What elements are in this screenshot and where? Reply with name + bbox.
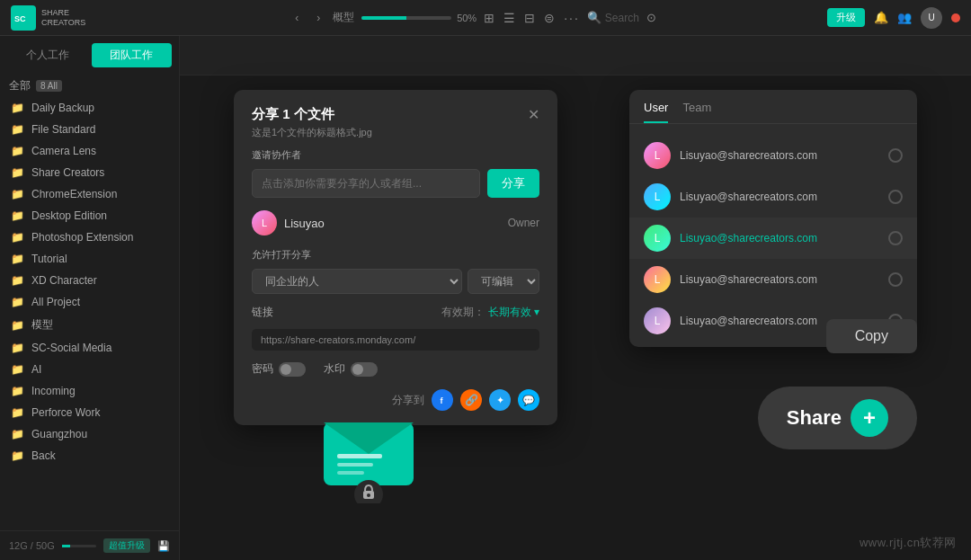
switches-row: 密码 水印 xyxy=(252,361,539,377)
owner-row: L Lisuyao Owner xyxy=(252,210,539,236)
sidebar-item-label-3: Share Creators xyxy=(31,166,104,179)
all-badge: 8 All xyxy=(36,80,62,92)
user-email-0: Lisuyao@sharecreators.com xyxy=(680,149,879,162)
bell-icon[interactable]: 🔔 xyxy=(874,11,888,24)
nav-back-btn[interactable]: ‹ xyxy=(290,10,304,26)
invite-input[interactable] xyxy=(252,169,480,198)
user-radio-1[interactable] xyxy=(888,190,903,204)
share-big-label: Share xyxy=(787,406,842,430)
link-share-icon[interactable]: 🔗 xyxy=(460,389,482,411)
allow-label: 允许打开分享 xyxy=(252,248,539,262)
twitter-share-icon[interactable]: ✦ xyxy=(489,389,511,411)
share-big-button[interactable]: Share + xyxy=(758,387,917,449)
sidebar-item-label-9: All Project xyxy=(31,296,80,308)
list-icon[interactable]: ☰ xyxy=(503,11,515,25)
sidebar-item-file-standard[interactable]: 📁 File Standard xyxy=(4,119,175,140)
sidebar-item-camera-lens[interactable]: 📁 Camera Lens xyxy=(4,140,175,162)
user-avatar-3: L xyxy=(644,266,671,293)
folder-icon-1: 📁 xyxy=(11,123,24,136)
owner-badge: Owner xyxy=(508,217,539,229)
sidebar-item-perforce-work[interactable]: 📁 Perforce Work xyxy=(4,402,175,423)
link-input-row[interactable]: https://share-creators.monday.com/ xyxy=(252,329,539,351)
svg-text:SC: SC xyxy=(14,14,26,23)
invite-label: 邀请协作者 xyxy=(252,148,539,162)
user-email-2: Lisuyao@sharecreators.com xyxy=(680,232,879,244)
user-email-3: Lisuyao@sharecreators.com xyxy=(680,273,879,286)
watermark-switch[interactable]: 水印 xyxy=(324,361,378,377)
upgrade-button[interactable]: 升级 xyxy=(827,8,865,27)
watermark-toggle[interactable] xyxy=(351,362,378,377)
user-radio-3[interactable] xyxy=(888,272,903,287)
modal-close-button[interactable]: ✕ xyxy=(528,106,539,123)
sidebar-item-tutorial[interactable]: 📁 Tutorial xyxy=(4,248,175,270)
top-center: ‹ › 概型 50% ⊞ ☰ ⊟ ⊜ ··· 🔍 Search ⊙ xyxy=(119,10,827,26)
allow-select[interactable]: 同企业的人 xyxy=(252,269,462,294)
user-item-3[interactable]: L Lisuyao@sharecreators.com xyxy=(629,259,917,300)
sidebar-item-incoming[interactable]: 📁 Incoming xyxy=(4,380,175,402)
modal-body: 邀请协作者 分享 L Lisuyao Owner 允许打开分享 同企业的人 xyxy=(234,148,557,425)
svg-rect-8 xyxy=(337,471,364,475)
user-item-2[interactable]: L Lisuyao@sharecreators.com xyxy=(629,218,917,259)
top-icons: ⊞ ☰ ⊟ ⊜ ··· xyxy=(484,11,580,25)
current-file-label: 概型 xyxy=(333,10,354,25)
sidebar: 个人工作 团队工作 全部 8 All 📁 Daily Backup 📁 File… xyxy=(0,36,180,560)
sidebar-footer: 12G / 50G 超值升级 💾 xyxy=(0,530,179,560)
search-bar[interactable]: 🔍 Search xyxy=(587,11,639,24)
panel-tab-team[interactable]: Team xyxy=(682,101,711,123)
panel-tab-user[interactable]: User xyxy=(644,101,668,123)
link-validity-label: 有效期： 长期有效 ▾ xyxy=(441,305,539,320)
progress-container: 50% xyxy=(361,13,477,23)
logo-icon: SC xyxy=(11,5,36,31)
sidebar-item-all-project[interactable]: 📁 All Project xyxy=(4,291,175,313)
filter-icon[interactable]: ⊜ xyxy=(544,11,555,25)
sidebar-item-desktop-edition[interactable]: 📁 Desktop Edition xyxy=(4,205,175,227)
sidebar-item-share-creators[interactable]: 📁 Share Creators xyxy=(4,162,175,183)
invite-share-button[interactable]: 分享 xyxy=(487,169,539,198)
nav-forward-btn[interactable]: › xyxy=(311,10,325,26)
tab-personal[interactable]: 个人工作 xyxy=(7,43,88,67)
link-url-text: https://share-creators.monday.com/ xyxy=(261,334,415,345)
sidebar-item-label-15: Guangzhou xyxy=(31,428,87,440)
password-switch[interactable]: 密码 xyxy=(252,361,306,377)
user-email-1: Lisuyao@sharecreators.com xyxy=(680,191,879,203)
copy-button[interactable]: Copy xyxy=(826,319,917,353)
sidebar-item-photoshop-extension[interactable]: 📁 Photoshop Extension xyxy=(4,227,175,248)
sidebar-item-back[interactable]: 📁 Back xyxy=(4,445,175,467)
svg-point-11 xyxy=(367,493,370,497)
tab-team[interactable]: 团队工作 xyxy=(92,43,173,67)
user-avatar[interactable]: U xyxy=(921,7,942,29)
panel-tabs: User Team xyxy=(629,90,917,124)
sidebar-item-ai[interactable]: 📁 AI xyxy=(4,359,175,380)
progress-label: 50% xyxy=(457,13,477,23)
link-validity-value[interactable]: 长期有效 xyxy=(488,306,531,318)
share-modal: 分享 1 个文件 这是1个文件的标题格式.jpg ✕ 邀请协作者 分享 L Li… xyxy=(234,90,557,425)
sidebar-item-xd-character[interactable]: 📁 XD Character xyxy=(4,270,175,291)
sidebar-item-sc-social-media[interactable]: 📁 SC-Social Media xyxy=(4,337,175,359)
folder-icon-15: 📁 xyxy=(11,428,24,440)
grid-icon[interactable]: ⊞ xyxy=(484,11,494,25)
user-radio-0[interactable] xyxy=(888,148,903,163)
perm-select[interactable]: 可编辑 xyxy=(468,269,539,294)
grid2-icon[interactable]: ⊟ xyxy=(524,11,535,25)
user-avatar-0: L xyxy=(644,142,671,169)
sidebar-item-model[interactable]: 📁 模型 xyxy=(4,313,175,337)
facebook-share-icon[interactable]: f xyxy=(432,389,453,411)
chat-share-icon[interactable]: 💬 xyxy=(518,389,539,411)
user-item-0[interactable]: L Lisuyao@sharecreators.com xyxy=(629,135,917,176)
folder-icon-16: 📁 xyxy=(11,449,24,462)
user-radio-2[interactable] xyxy=(888,231,903,245)
password-toggle[interactable] xyxy=(279,362,306,377)
sidebar-item-guangzhou[interactable]: 📁 Guangzhou xyxy=(4,423,175,445)
progress-fill xyxy=(361,16,406,20)
user-item-1[interactable]: L Lisuyao@sharecreators.com xyxy=(629,176,917,218)
storage-icon: 💾 xyxy=(157,540,170,552)
users-icon[interactable]: 👥 xyxy=(897,11,912,24)
sidebar-item-label-10: 模型 xyxy=(31,317,53,333)
sidebar-item-chrome-extension[interactable]: 📁 ChromeExtension xyxy=(4,183,175,205)
folder-icon-9: 📁 xyxy=(11,296,24,308)
sidebar-item-daily-backup[interactable]: 📁 Daily Backup xyxy=(4,97,175,119)
storage-label: 12G / 50G xyxy=(9,540,55,551)
content-area: 分享 1 个文件 这是1个文件的标题格式.jpg ✕ 邀请协作者 分享 L Li… xyxy=(180,36,971,560)
share-plus-circle[interactable]: + xyxy=(851,399,888,437)
upgrade-text[interactable]: 超值升级 xyxy=(103,538,150,553)
